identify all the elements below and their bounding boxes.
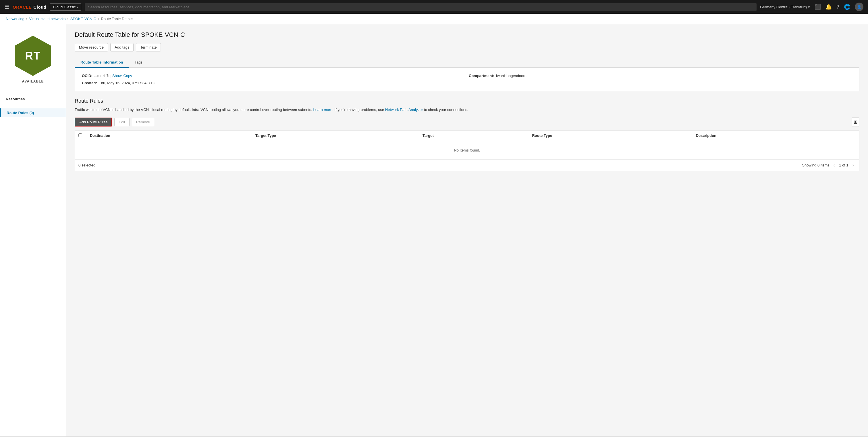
add-route-rules-button[interactable]: Add Route Rules: [75, 118, 112, 126]
resources-section-title: Resources: [0, 92, 66, 104]
route-rules-table: Destination Target Type Target Route Typ…: [75, 130, 859, 159]
terminate-button[interactable]: Terminate: [136, 43, 161, 52]
sidebar-divider: [0, 106, 66, 106]
columns-icon-wrapper: ⊞: [851, 117, 859, 127]
breadcrumb-sep-2: ›: [67, 17, 68, 21]
compartment-row: Compartment: IwanHoogendoorn: [469, 74, 852, 78]
sidebar: RT AVAILABLE Resources Route Rules (0): [0, 24, 66, 436]
created-label: Created:: [82, 81, 97, 85]
edit-button[interactable]: Edit: [114, 118, 129, 126]
columns-customize-button[interactable]: ⊞: [851, 117, 859, 127]
breadcrumb-current: Route Table Details: [101, 17, 133, 21]
ocid-copy-link[interactable]: Copy: [123, 74, 132, 78]
breadcrumb-sep-3: ›: [98, 17, 99, 21]
prev-page-button[interactable]: ‹: [832, 162, 837, 169]
resource-icon-area: RT AVAILABLE: [0, 30, 66, 89]
help-icon[interactable]: ?: [836, 4, 839, 10]
no-items-message: No items found.: [75, 141, 859, 159]
ocid-value: ...mnzh7q: [94, 74, 111, 78]
main-content: Default Route Table for SPOKE-VCN-C Move…: [66, 24, 868, 436]
globe-icon[interactable]: 🌐: [844, 4, 850, 10]
empty-row: No items found.: [75, 141, 859, 159]
breadcrumb-networking[interactable]: Networking: [6, 17, 24, 21]
select-all-header: [75, 130, 87, 141]
cloud-classic-button[interactable]: Cloud Classic ›: [50, 3, 81, 11]
status-badge: AVAILABLE: [22, 79, 44, 83]
page-title: Default Route Table for SPOKE-VCN-C: [75, 31, 859, 38]
info-panel: OCID: ...mnzh7q Show Copy Created: Thu, …: [75, 68, 859, 91]
showing-items: Showing 0 items: [802, 163, 829, 167]
route-rules-desc: Traffic within the VCN is handled by the…: [75, 107, 859, 113]
ocid-row: OCID: ...mnzh7q Show Copy: [82, 74, 465, 78]
info-grid: OCID: ...mnzh7q Show Copy Created: Thu, …: [82, 74, 852, 85]
compartment-label: Compartment:: [469, 74, 494, 78]
route-rules-title: Route Rules: [75, 98, 859, 104]
ocid-show-link[interactable]: Show: [112, 74, 122, 78]
breadcrumb-vcn[interactable]: Virtual cloud networks: [29, 17, 65, 21]
target-column-header: Target: [419, 130, 528, 141]
top-navigation: ☰ ORACLE Cloud Cloud Classic › Germany C…: [0, 0, 868, 14]
chevron-down-icon: ▾: [808, 5, 810, 9]
compartment-value: IwanHoogendoorn: [496, 74, 526, 78]
oracle-logo: ORACLE Cloud: [13, 5, 46, 9]
move-resource-button[interactable]: Move resource: [75, 43, 108, 52]
created-value: Thu, May 16, 2024, 07:17:34 UTC: [99, 81, 155, 85]
sidebar-item-route-rules[interactable]: Route Rules (0): [0, 108, 66, 117]
selected-count: 0 selected: [79, 163, 95, 167]
route-rules-table-container: Destination Target Type Target Route Typ…: [75, 130, 859, 171]
breadcrumb-vcn-name[interactable]: SPOKE-VCN-C: [70, 17, 96, 21]
search-input[interactable]: [85, 3, 756, 11]
ocid-label: OCID:: [82, 74, 92, 78]
route-type-column-header: Route Type: [528, 130, 692, 141]
next-page-button[interactable]: ›: [851, 162, 856, 169]
grid-icon: ⊞: [854, 119, 857, 125]
bell-icon[interactable]: 🔔: [826, 4, 832, 10]
monitor-icon[interactable]: ⬛: [814, 4, 821, 10]
target-type-column-header: Target Type: [252, 130, 419, 141]
action-buttons: Move resource Add tags Terminate: [75, 43, 859, 52]
table-footer: 0 selected Showing 0 items ‹ 1 of 1 ›: [75, 159, 859, 171]
learn-more-link[interactable]: Learn more.: [313, 108, 334, 112]
page-info: 1 of 1: [839, 163, 848, 167]
breadcrumb: Networking › Virtual cloud networks › SP…: [0, 14, 868, 24]
description-column-header: Description: [692, 130, 859, 141]
tab-tags[interactable]: Tags: [129, 57, 148, 68]
pagination: Showing 0 items ‹ 1 of 1 ›: [802, 162, 856, 169]
table-actions: Add Route Rules Edit Remove ⊞: [75, 117, 859, 127]
created-row: Created: Thu, May 16, 2024, 07:17:34 UTC: [82, 81, 465, 85]
tab-route-table-information[interactable]: Route Table Information: [75, 57, 129, 68]
network-path-link[interactable]: Network Path Analyzer: [385, 108, 423, 112]
region-selector[interactable]: Germany Central (Frankfurt) ▾: [760, 5, 810, 9]
user-avatar[interactable]: 👤: [855, 3, 863, 11]
select-all-checkbox[interactable]: [79, 134, 82, 137]
hamburger-menu[interactable]: ☰: [5, 4, 9, 10]
tabs: Route Table Information Tags: [75, 57, 859, 68]
remove-button[interactable]: Remove: [132, 118, 154, 126]
resource-hexagon: RT: [13, 36, 53, 76]
add-tags-button[interactable]: Add tags: [110, 43, 133, 52]
nav-right: Germany Central (Frankfurt) ▾ ⬛ 🔔 ? 🌐 👤: [760, 3, 863, 11]
breadcrumb-sep-1: ›: [26, 17, 27, 21]
destination-column-header: Destination: [87, 130, 252, 141]
